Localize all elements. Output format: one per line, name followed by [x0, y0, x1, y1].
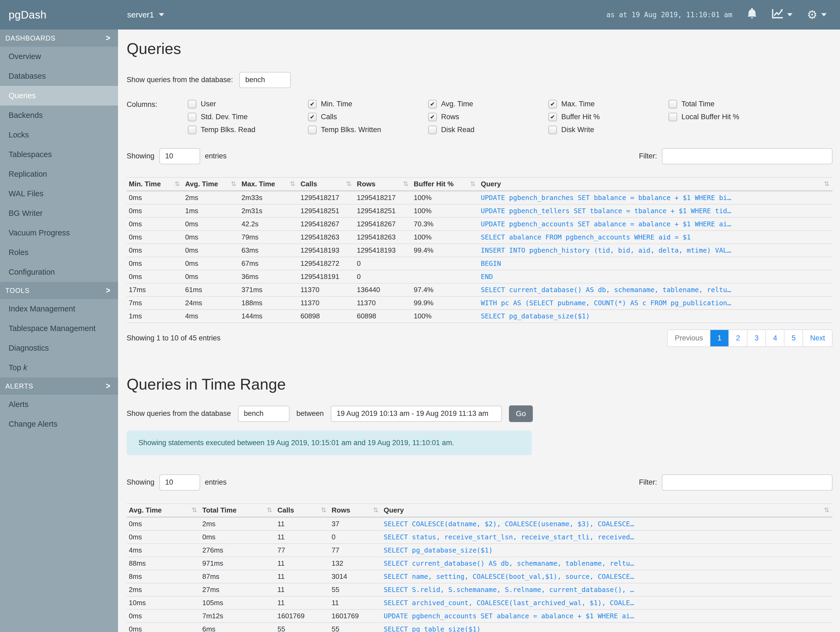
checkbox[interactable]: [188, 126, 196, 134]
sidebar-item-configuration[interactable]: Configuration: [0, 262, 118, 282]
query-link[interactable]: SELECT archived_count, COALESCE(last_arc…: [384, 599, 829, 607]
charts-menu-button[interactable]: [772, 9, 793, 21]
query-link[interactable]: SELECT pg_table_size($1): [384, 625, 829, 632]
sort-icon[interactable]: ⇅: [403, 180, 408, 188]
sort-icon[interactable]: ⇅: [290, 180, 295, 188]
sidebar-item-change-alerts[interactable]: Change Alerts: [0, 414, 118, 434]
query-link[interactable]: UPDATE pgbench_tellers SET tbalance = tb…: [481, 207, 829, 215]
sidebar-item-backends[interactable]: Backends: [0, 106, 118, 125]
column-toggle-buffer-hit[interactable]: Buffer Hit %: [548, 113, 669, 121]
column-header-total-time[interactable]: Total Time⇅: [200, 504, 275, 517]
column-header-max-time[interactable]: Max. Time⇅: [239, 177, 298, 191]
sidebar-item-tablespace-management[interactable]: Tablespace Management: [0, 319, 118, 338]
sidebar-item-roles[interactable]: Roles: [0, 243, 118, 262]
column-toggle-rows[interactable]: Rows: [428, 113, 548, 121]
column-header-min-time[interactable]: Min. Time⇅: [126, 177, 183, 191]
query-link[interactable]: SELECT current_database() AS db, scheman…: [481, 286, 829, 294]
query-link[interactable]: SELECT name, setting, COALESCE(boot_val,…: [384, 573, 829, 580]
sort-icon[interactable]: ⇅: [373, 506, 378, 514]
checkbox[interactable]: [669, 100, 677, 108]
pagination-page-2[interactable]: 2: [728, 330, 747, 347]
column-toggle-std-dev-time[interactable]: Std. Dev. Time: [188, 113, 308, 121]
query-link[interactable]: UPDATE pgbench_accounts SET abalance = a…: [384, 612, 829, 620]
sort-icon[interactable]: ⇅: [267, 506, 272, 514]
query-link[interactable]: UPDATE pgbench_branches SET bbalance = b…: [481, 194, 829, 202]
pagination-next[interactable]: Next: [802, 330, 832, 347]
sort-icon[interactable]: ⇅: [231, 180, 236, 188]
query-link[interactable]: INSERT INTO pgbench_history (tid, bid, a…: [481, 247, 829, 254]
sidebar-item-overview[interactable]: Overview: [0, 47, 118, 66]
go-button[interactable]: Go: [509, 405, 533, 422]
query-link[interactable]: SELECT abalance FROM pgbench_accounts WH…: [481, 233, 829, 241]
sidebar-item-replication[interactable]: Replication: [0, 164, 118, 184]
notifications-button[interactable]: [747, 8, 757, 22]
pagination-page-3[interactable]: 3: [747, 330, 766, 347]
checkbox[interactable]: [548, 113, 557, 121]
column-toggle-max-time[interactable]: Max. Time: [548, 100, 669, 108]
database-input[interactable]: [239, 72, 291, 88]
settings-menu-button[interactable]: ⚙: [807, 9, 827, 21]
sidebar-section-alerts[interactable]: ALERTS>: [0, 377, 118, 394]
sidebar-item-tablespaces[interactable]: Tablespaces: [0, 145, 118, 164]
column-toggle-disk-read[interactable]: Disk Read: [428, 126, 548, 134]
entries-count-input[interactable]: [159, 474, 200, 491]
sort-icon[interactable]: ⇅: [824, 506, 829, 514]
pagination-page-4[interactable]: 4: [766, 330, 784, 347]
query-link[interactable]: WITH pc AS (SELECT pubname, COUNT(*) AS …: [481, 299, 829, 307]
column-toggle-disk-write[interactable]: Disk Write: [548, 126, 669, 134]
checkbox[interactable]: [188, 100, 196, 108]
checkbox[interactable]: [308, 113, 317, 121]
column-toggle-total-time[interactable]: Total Time: [669, 100, 789, 108]
checkbox[interactable]: [428, 126, 437, 134]
column-header-query[interactable]: Query⇅: [478, 177, 832, 191]
pagination-page-1[interactable]: 1: [710, 330, 728, 347]
sidebar-item-locks[interactable]: Locks: [0, 125, 118, 145]
sidebar-item-bg-writer[interactable]: BG Writer: [0, 203, 118, 223]
checkbox[interactable]: [308, 100, 317, 108]
filter-input[interactable]: [662, 148, 832, 164]
sidebar-section-dashboards[interactable]: DASHBOARDS>: [0, 30, 118, 47]
query-link[interactable]: SELECT pg_database_size($1): [384, 546, 829, 554]
query-link[interactable]: BEGIN: [481, 260, 829, 268]
query-link[interactable]: SELECT current_database() AS db, scheman…: [384, 559, 829, 567]
sidebar-item-databases[interactable]: Databases: [0, 66, 118, 86]
column-toggle-calls[interactable]: Calls: [308, 113, 428, 121]
checkbox[interactable]: [548, 126, 557, 134]
query-link[interactable]: SELECT COALESCE(datname, $2), COALESCE(u…: [384, 520, 829, 528]
sidebar-item-index-management[interactable]: Index Management: [0, 299, 118, 319]
sort-icon[interactable]: ⇅: [174, 180, 180, 188]
brand-logo[interactable]: pgDash: [0, 9, 118, 21]
column-toggle-temp-blks-written[interactable]: Temp Blks. Written: [308, 126, 428, 134]
column-header-query[interactable]: Query⇅: [382, 504, 832, 517]
column-header-avg-time[interactable]: Avg. Time⇅: [183, 177, 239, 191]
sidebar-section-tools[interactable]: TOOLS>: [0, 282, 118, 299]
query-link[interactable]: SELECT status, receive_start_lsn, receiv…: [384, 533, 829, 541]
column-header-rows[interactable]: Rows⇅: [330, 504, 382, 517]
sidebar-item-top-k[interactable]: Top k: [0, 358, 118, 377]
column-header-rows[interactable]: Rows⇅: [355, 177, 412, 191]
sidebar-item-alerts[interactable]: Alerts: [0, 394, 118, 414]
checkbox[interactable]: [188, 113, 196, 121]
column-toggle-user[interactable]: User: [188, 100, 308, 108]
column-header-avg-time[interactable]: Avg. Time⇅: [126, 504, 200, 517]
column-header-calls[interactable]: Calls⇅: [275, 504, 330, 517]
column-toggle-avg-time[interactable]: Avg. Time: [428, 100, 548, 108]
column-header-buffer-hit[interactable]: Buffer Hit %⇅: [412, 177, 478, 191]
sort-icon[interactable]: ⇅: [470, 180, 475, 188]
checkbox[interactable]: [428, 113, 437, 121]
checkbox[interactable]: [669, 113, 677, 121]
column-toggle-local-buffer-hit[interactable]: Local Buffer Hit %: [669, 113, 789, 121]
filter-input[interactable]: [662, 474, 832, 491]
server-selector[interactable]: server1: [127, 10, 164, 19]
column-header-calls[interactable]: Calls⇅: [298, 177, 355, 191]
sort-icon[interactable]: ⇅: [191, 506, 197, 514]
sidebar-item-vacuum-progress[interactable]: Vacuum Progress: [0, 223, 118, 243]
column-toggle-temp-blks-read[interactable]: Temp Blks. Read: [188, 126, 308, 134]
pagination-page-5[interactable]: 5: [784, 330, 802, 347]
checkbox[interactable]: [308, 126, 317, 134]
sort-icon[interactable]: ⇅: [321, 506, 326, 514]
sidebar-item-queries[interactable]: Queries: [0, 86, 118, 106]
sort-icon[interactable]: ⇅: [346, 180, 351, 188]
query-link[interactable]: SELECT S.relid, S.schemaname, S.relname,…: [384, 586, 829, 594]
entries-count-input[interactable]: [159, 148, 200, 164]
